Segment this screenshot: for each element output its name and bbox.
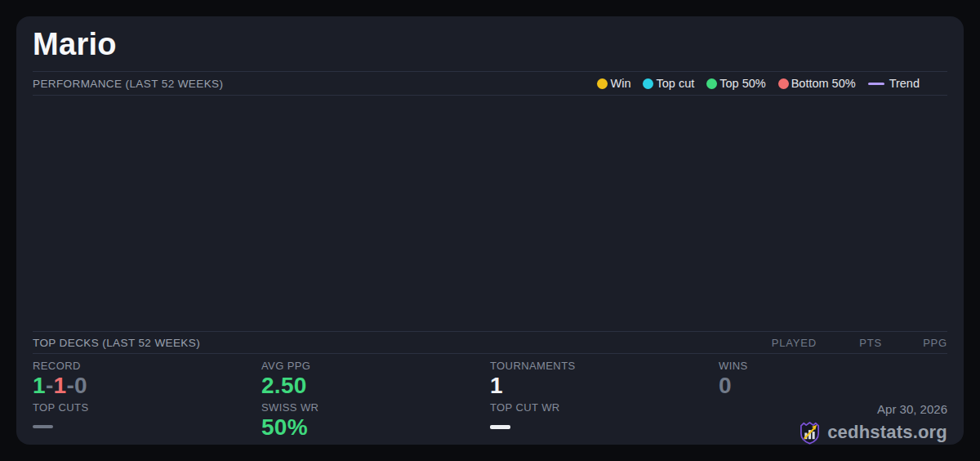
- stat-top-cut-wr: TOP CUT WR: [490, 401, 719, 445]
- record-losses: 1: [54, 373, 67, 398]
- empty-value-dash: [490, 425, 510, 429]
- page-background: { "colors": { "page_background": "#0a0b0…: [0, 0, 980, 461]
- legend-label: Trend: [889, 77, 920, 90]
- chart-legend: Win Top cut Top 50% Bottom 50% Trend: [597, 77, 920, 90]
- stat-label: SWISS WR: [261, 401, 490, 414]
- stat-label: RECORD: [33, 360, 261, 373]
- legend-item-top-cut: Top cut: [643, 77, 694, 90]
- legend-item-bottom-50: Bottom 50%: [778, 77, 856, 90]
- column-header-played: PLAYED: [751, 337, 817, 349]
- stat-top-cuts: TOP CUTS: [33, 401, 261, 445]
- avg-ppg-value: 2.50: [261, 374, 490, 398]
- win-dot-icon: [597, 78, 608, 89]
- performance-chart-area: [33, 96, 947, 331]
- stat-wins: WINS 0: [719, 360, 947, 399]
- stat-label: TOP CUT WR: [490, 401, 719, 414]
- legend-label: Bottom 50%: [791, 77, 856, 90]
- top-50-dot-icon: [706, 78, 717, 89]
- top-decks-column-headers: PLAYED PTS PPG: [751, 337, 947, 349]
- footer: Apr 30, 2026 cedhstats.org: [719, 401, 947, 445]
- record-draws: 0: [74, 373, 87, 398]
- top-decks-section-title: TOP DECKS (LAST 52 WEEKS): [33, 337, 200, 349]
- stat-label: AVG PPG: [261, 360, 490, 373]
- bottom-50-dot-icon: [778, 78, 789, 89]
- date-label: Apr 30, 2026: [877, 402, 947, 417]
- wins-value: 0: [719, 374, 947, 398]
- legend-label: Top cut: [656, 77, 694, 90]
- record-separator: -: [66, 373, 74, 398]
- stat-label: WINS: [719, 360, 947, 373]
- legend-item-trend: Trend: [868, 77, 920, 90]
- page-title: Mario: [33, 26, 947, 62]
- record-separator: -: [46, 373, 54, 398]
- top-cut-dot-icon: [643, 78, 653, 89]
- legend-label: Top 50%: [719, 77, 765, 90]
- stat-tournaments: TOURNAMENTS 1: [490, 360, 719, 399]
- performance-section-title: PERFORMANCE (LAST 52 WEEKS): [33, 78, 223, 90]
- brand-wordmark: cedhstats.org: [827, 422, 947, 443]
- player-stats-card: Mario PERFORMANCE (LAST 52 WEEKS) Win To…: [16, 16, 964, 445]
- stat-swiss-wr: SWISS WR 50%: [261, 401, 490, 445]
- swiss-wr-value: 50%: [261, 415, 490, 440]
- stat-label: TOP CUTS: [33, 401, 261, 414]
- brand: cedhstats.org: [799, 421, 947, 445]
- stat-record: RECORD 1-1-0: [33, 360, 261, 399]
- stat-label: TOURNAMENTS: [490, 360, 719, 373]
- trend-line-icon: [868, 83, 884, 85]
- empty-value-dash: [33, 425, 53, 428]
- record-value: 1-1-0: [33, 374, 261, 398]
- performance-header-row: PERFORMANCE (LAST 52 WEEKS) Win Top cut …: [33, 71, 947, 96]
- top-decks-header-row: TOP DECKS (LAST 52 WEEKS) PLAYED PTS PPG: [33, 331, 947, 354]
- stats-grid: RECORD 1-1-0 AVG PPG 2.50 TOURNAMENTS 1 …: [33, 354, 947, 445]
- legend-item-win: Win: [597, 77, 630, 90]
- legend-item-top-50: Top 50%: [706, 77, 765, 90]
- record-wins: 1: [33, 373, 46, 398]
- tournaments-value: 1: [490, 374, 719, 398]
- column-header-ppg: PPG: [882, 337, 947, 349]
- cedhstats-shield-logo-icon: [799, 421, 821, 445]
- column-header-pts: PTS: [817, 337, 882, 349]
- stat-avg-ppg: AVG PPG 2.50: [261, 360, 490, 399]
- legend-label: Win: [610, 77, 630, 90]
